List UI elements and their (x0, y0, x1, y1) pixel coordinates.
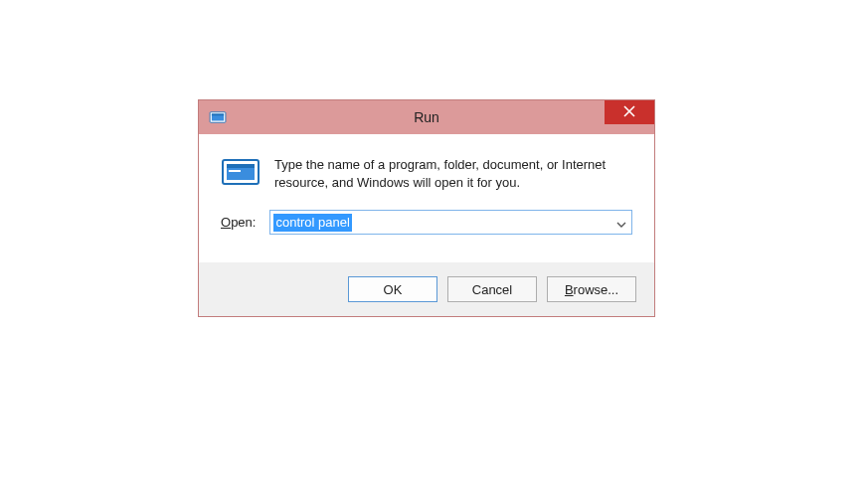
open-label: Open: (221, 215, 256, 230)
titlebar: Run (199, 100, 654, 134)
open-input-value: control panel (273, 214, 351, 232)
svg-rect-2 (212, 114, 224, 116)
browse-button[interactable]: Browse... (547, 276, 636, 302)
description-row: Type the name of a program, folder, docu… (221, 156, 632, 192)
svg-rect-8 (229, 170, 241, 172)
browse-button-label: Browse... (565, 282, 618, 297)
ok-button[interactable]: OK (348, 276, 437, 302)
description-text: Type the name of a program, folder, docu… (274, 156, 632, 192)
open-input[interactable]: control panel (270, 211, 611, 234)
cancel-button-label: Cancel (472, 282, 512, 297)
run-program-icon (209, 110, 227, 124)
open-combobox[interactable]: control panel (269, 210, 632, 235)
close-icon (623, 103, 635, 121)
close-button[interactable] (605, 100, 654, 124)
dialog-footer: OK Cancel Browse... (199, 262, 654, 316)
run-dialog: Run Type the name of a program, folder, … (198, 99, 655, 317)
open-row: Open: control panel (221, 210, 632, 235)
ok-button-label: OK (384, 282, 403, 297)
svg-rect-7 (227, 164, 255, 168)
dialog-body: Type the name of a program, folder, docu… (199, 134, 654, 262)
run-program-icon (221, 156, 260, 192)
chevron-down-icon (616, 214, 626, 232)
open-dropdown-button[interactable] (611, 211, 631, 234)
cancel-button[interactable]: Cancel (447, 276, 537, 302)
window-title: Run (199, 109, 654, 125)
